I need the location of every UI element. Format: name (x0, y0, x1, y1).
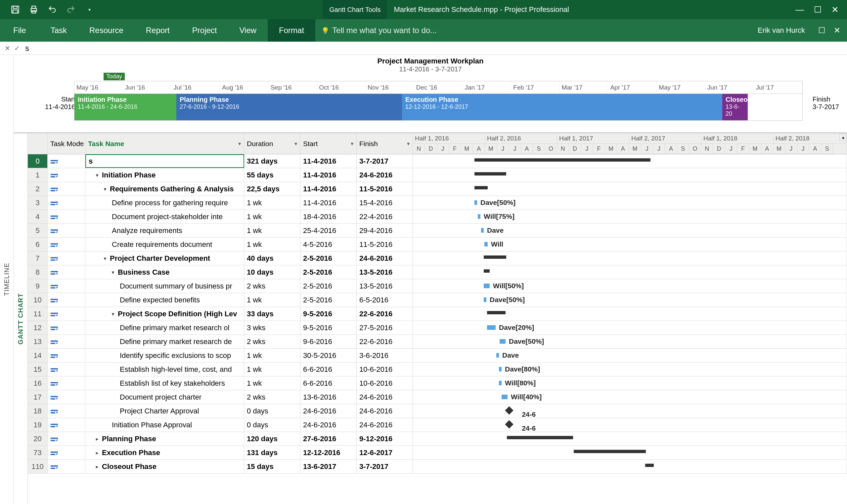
tab-file[interactable]: File (0, 19, 39, 42)
gantt-bar-cell[interactable] (413, 460, 847, 473)
task-row[interactable]: 20▸Planning Phase120 days27-6-20169-12-2… (28, 432, 847, 446)
col-header-task-name[interactable]: Task Name▼ (85, 133, 244, 154)
cell-dur[interactable]: 33 days (244, 307, 300, 321)
task-row[interactable]: 1▾Initiation Phase55 days11-4-201624-6-2… (28, 168, 847, 182)
summary-bar[interactable] (474, 158, 651, 162)
cancel-entry-icon[interactable]: ✕ (3, 44, 12, 52)
cell-finish[interactable]: 29-4-2016 (357, 224, 413, 237)
task-mode-cell[interactable] (48, 279, 85, 293)
task-row[interactable]: 10Define expected benefits1 wk2-5-20166-… (28, 293, 847, 307)
summary-bar[interactable] (645, 464, 654, 467)
cell-start[interactable]: 9-5-2016 (300, 321, 357, 335)
collapse-icon[interactable]: ▾ (96, 173, 101, 178)
task-name-cell[interactable]: Create requirements document (85, 238, 244, 251)
gantt-bar-cell[interactable] (413, 182, 847, 196)
cell-dur[interactable]: 2 wks (244, 279, 300, 293)
row-index[interactable]: 12 (28, 321, 48, 335)
task-mode-cell[interactable] (48, 182, 85, 196)
cell-finish[interactable]: 3-6-2016 (357, 349, 413, 362)
gantt-bar-cell[interactable] (413, 168, 847, 182)
task-name-cell[interactable]: ▾Business Case (85, 265, 244, 279)
cell-start[interactable]: 30-5-2016 (300, 349, 357, 362)
gantt-bar-cell[interactable]: Dave[80%] (413, 363, 847, 376)
cell-start[interactable]: 12-12-2016 (300, 446, 357, 460)
timeline-track[interactable]: Today May '16Jun '16Jul '16Aug '16Sep '1… (74, 81, 803, 121)
row-index[interactable]: 8 (28, 265, 48, 279)
cell-dur[interactable]: 15 days (244, 460, 300, 473)
cell-dur[interactable]: 55 days (244, 168, 300, 182)
task-row[interactable]: 14Identify specific exclusions to scop1 … (28, 349, 847, 363)
task-grid[interactable]: 0s321 days11-4-20163-7-20171▾Initiation … (28, 154, 847, 504)
milestone-marker[interactable]: 24-6 (505, 406, 513, 414)
cell-dur[interactable]: 22,5 days (244, 182, 300, 196)
task-row[interactable]: 15Establish high-level time, cost, and 1… (28, 363, 847, 376)
collapse-icon[interactable]: ▾ (112, 311, 117, 317)
task-mode-cell[interactable] (48, 363, 85, 376)
gantt-bar-cell[interactable]: 24-6 (413, 418, 847, 432)
user-name[interactable]: Erik van Hurck (758, 26, 812, 35)
task-mode-cell[interactable] (48, 224, 85, 237)
undo-icon[interactable] (48, 5, 57, 14)
task-name-cell[interactable]: Document project-stakeholder inte (85, 210, 244, 223)
task-mode-cell[interactable] (48, 154, 85, 168)
col-header-duration[interactable]: Duration▼ (244, 133, 300, 154)
task-row[interactable]: 6Create requirements document1 wk4-5-201… (28, 238, 847, 252)
row-index[interactable]: 17 (28, 390, 48, 404)
cell-start[interactable]: 24-6-2016 (300, 404, 357, 418)
cell-start[interactable]: 6-6-2016 (300, 363, 357, 376)
timeline-phase[interactable]: Initiation Phase11-4-2016 - 24-6-2016 (74, 94, 176, 120)
row-index[interactable]: 2 (28, 182, 48, 196)
cell-finish[interactable]: 22-4-2016 (357, 210, 413, 223)
task-bar[interactable]: Will[40%] (502, 395, 507, 399)
task-row[interactable]: 7▾Project Charter Development40 days2-5-… (28, 252, 847, 265)
cell-finish[interactable]: 13-5-2016 (357, 265, 413, 279)
gantt-bar-cell[interactable]: Dave[20%] (413, 321, 847, 335)
cell-finish[interactable]: 15-4-2016 (357, 196, 413, 210)
gantt-bar-cell[interactable] (413, 252, 847, 265)
cell-start[interactable]: 11-4-2016 (300, 154, 357, 168)
cell-dur[interactable]: 10 days (244, 265, 300, 279)
gantt-panel-label[interactable]: GANTT CHART (14, 133, 28, 504)
cell-dur[interactable]: 1 wk (244, 376, 300, 390)
task-mode-cell[interactable] (48, 168, 85, 182)
ribbon-restore-icon[interactable]: ☐ (818, 26, 826, 35)
cell-finish[interactable]: 9-12-2016 (357, 432, 413, 446)
task-bar[interactable]: Will[80%] (499, 381, 502, 385)
task-bar[interactable]: Dave[50%] (484, 298, 486, 302)
task-mode-cell[interactable] (48, 265, 85, 279)
cell-start[interactable]: 13-6-2016 (300, 390, 357, 404)
task-name-cell[interactable]: ▾Project Charter Development (85, 252, 244, 265)
row-index[interactable]: 20 (28, 432, 48, 446)
task-mode-cell[interactable] (48, 418, 85, 432)
row-index[interactable]: 6 (28, 238, 48, 251)
row-index[interactable]: 7 (28, 252, 48, 265)
summary-bar[interactable] (484, 255, 506, 259)
task-mode-cell[interactable] (48, 293, 85, 307)
row-index[interactable]: 18 (28, 404, 48, 418)
task-name-cell[interactable]: Establish list of key stakeholders (85, 376, 244, 390)
cell-start[interactable]: 11-4-2016 (300, 168, 357, 182)
cell-finish[interactable]: 24-6-2016 (357, 252, 413, 265)
task-name-cell[interactable]: Define primary market research ol (85, 321, 244, 335)
gantt-bar-cell[interactable]: Will[40%] (413, 390, 847, 404)
row-index[interactable]: 5 (28, 224, 48, 237)
gantt-bar-cell[interactable] (413, 307, 847, 321)
cell-finish[interactable]: 11-5-2016 (357, 238, 413, 251)
row-index[interactable]: 0 (28, 154, 48, 168)
cell-start[interactable]: 18-4-2016 (300, 210, 357, 223)
task-name-cell[interactable]: ▾Initiation Phase (85, 168, 244, 182)
gantt-bar-cell[interactable]: 24-6 (413, 404, 847, 418)
task-row[interactable]: 110▸Closeout Phase15 days13-6-20173-7-20… (28, 460, 847, 473)
cell-dur[interactable]: 0 days (244, 418, 300, 432)
task-bar[interactable]: Dave (481, 228, 484, 233)
summary-bar[interactable] (474, 186, 488, 190)
task-mode-cell[interactable] (48, 404, 85, 418)
cell-start[interactable]: 4-5-2016 (300, 238, 357, 251)
cell-finish[interactable]: 12-6-2017 (357, 446, 413, 460)
timeline-phase[interactable]: Execution Phase12-12-2016 - 12-6-2017 (402, 94, 722, 120)
cell-dur[interactable]: 120 days (244, 432, 300, 446)
cell-dur[interactable]: 1 wk (244, 363, 300, 376)
cell-finish[interactable]: 10-6-2016 (357, 376, 413, 390)
task-mode-cell[interactable] (48, 432, 85, 446)
print-icon[interactable] (29, 5, 38, 14)
